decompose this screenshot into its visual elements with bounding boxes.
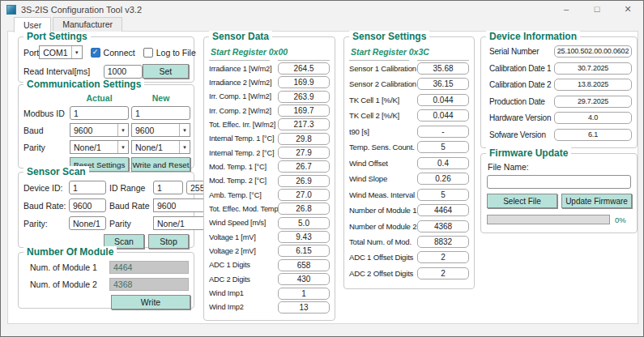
sensor-settings-row: Wind Offset 0.4 xyxy=(349,157,469,169)
divider xyxy=(349,60,469,61)
sensor-settings-label: Wind Meas. Interval xyxy=(349,190,417,199)
device-info-row: Calibration Date 1 30.7.2025 xyxy=(489,62,632,75)
sensor-settings-row: ADC 1 Offset Digits 2 xyxy=(349,251,469,263)
sensor-settings-value[interactable]: 8832 xyxy=(417,236,469,248)
sensor-data-label: Wind Imp1 xyxy=(209,289,278,297)
file-name-input[interactable] xyxy=(487,175,631,189)
sensor-settings-value[interactable]: 4368 xyxy=(417,220,469,232)
chevron-down-icon: ▼ xyxy=(179,124,190,136)
minimize-icon[interactable]: – xyxy=(551,1,582,18)
sensor-settings-value[interactable]: 5 xyxy=(417,189,469,201)
read-interval-input[interactable] xyxy=(104,65,143,79)
device-id-input[interactable] xyxy=(69,181,106,194)
write-and-reset-button[interactable]: Write and Reset xyxy=(131,157,190,172)
device-info-label: Sofware Version xyxy=(489,130,554,139)
modbus-id-new-input[interactable] xyxy=(131,106,190,120)
sensor-settings-value[interactable]: 2 xyxy=(417,251,469,263)
port-settings-group: Port Settings Port COM1 ▼ ✓ Connect ✓ Lo… xyxy=(18,36,194,83)
actual-column-header: Actual xyxy=(70,93,129,103)
set-button[interactable]: Set xyxy=(143,64,189,79)
maximize-icon[interactable]: □ xyxy=(582,1,612,18)
sensor-settings-value[interactable]: 0.044 xyxy=(417,94,469,106)
scan-parity-result-box[interactable] xyxy=(69,216,106,230)
baud-new-select[interactable]: 9600 ▼ xyxy=(131,123,190,137)
sensor-data-value: 6.15 xyxy=(278,245,330,257)
read-interval-label: Read Interval[ms] xyxy=(23,66,104,76)
log-to-file-checkbox[interactable]: ✓ xyxy=(143,48,153,58)
close-icon[interactable]: ✕ xyxy=(612,1,643,18)
sensor-settings-value[interactable]: 2 xyxy=(417,267,469,279)
parity-new-select[interactable]: None/1 ▼ xyxy=(131,140,190,154)
log-to-file-label: Log to File xyxy=(156,48,196,58)
chevron-down-icon: ▼ xyxy=(179,141,190,153)
id-range-label: ID Range xyxy=(109,183,150,193)
port-select[interactable]: COM1 ▼ xyxy=(39,45,82,59)
app-icon xyxy=(6,5,16,15)
device-info-value: 29.7.2025 xyxy=(554,96,632,108)
sensor-settings-value[interactable]: 35.68 xyxy=(417,62,469,75)
modbus-id-actual-input[interactable] xyxy=(70,106,129,120)
device-info-value: 25.100.502.00.00.0602 xyxy=(554,45,632,58)
sensor-settings-row: Number of Module 2 4368 xyxy=(349,220,469,232)
sensor-settings-value[interactable]: 36.15 xyxy=(417,78,469,90)
select-file-button[interactable]: Select File xyxy=(487,194,557,208)
sensor-data-value: 264.5 xyxy=(278,62,330,75)
sensor-settings-row: Wind Meas. Interval 5 xyxy=(349,189,469,201)
sensor-data-value: 5.0 xyxy=(278,217,330,229)
port-settings-title: Port Settings xyxy=(23,31,91,42)
sensor-settings-value[interactable]: 5 xyxy=(417,141,469,153)
sensor-settings-value[interactable]: 4464 xyxy=(417,204,469,216)
parity-actual-select[interactable]: None/1 ▼ xyxy=(70,140,129,154)
sensor-settings-value[interactable]: 0.044 xyxy=(417,109,469,122)
sensor-data-row: Wind Imp1 1 xyxy=(209,288,330,300)
module-count-label: Num. of Module 2 xyxy=(30,279,109,289)
sensor-data-value: 26.8 xyxy=(278,203,330,215)
baud-actual-select[interactable]: 9600 ▼ xyxy=(70,123,129,137)
sensor-data-value: 263.9 xyxy=(278,91,330,103)
update-firmware-button[interactable]: Update Firmware xyxy=(561,194,632,208)
sensor-settings-value[interactable]: 0.26 xyxy=(417,173,469,185)
tab-user[interactable]: User xyxy=(14,17,51,32)
sensor-data-value: 1 xyxy=(278,288,330,300)
sensor-data-group: Sensor Data Start Register 0x00 Irradian… xyxy=(203,36,335,321)
sensor-settings-label: Number of Module 1 xyxy=(349,206,417,215)
sensor-data-label: Mod. Temp. 1 [°C] xyxy=(209,163,278,171)
tab-manufacturer[interactable]: Manufacturer xyxy=(53,17,122,32)
number-of-module-title: Number Of Module xyxy=(23,246,117,258)
sensor-data-row: Voltage 1 [mV] 9.43 xyxy=(209,231,330,243)
new-column-header: New xyxy=(131,93,190,103)
sensor-data-label: Internal Temp. 1 [°C] xyxy=(209,134,278,143)
write-button[interactable]: Write xyxy=(111,295,190,309)
sensor-settings-label: Total Num. of Mod. xyxy=(349,237,417,246)
sensor-data-label: Irr. Comp. 1 [W/m2] xyxy=(209,92,278,100)
sensor-settings-value[interactable]: 0.4 xyxy=(417,157,469,169)
scan-baud-result-box[interactable] xyxy=(69,198,106,212)
sensor-data-row: Tot. Effec. Mod. Temp [°C] 26.8 xyxy=(209,203,330,215)
module-count-value: 4464 xyxy=(109,261,189,274)
chevron-down-icon: ▼ xyxy=(117,141,128,153)
sensor-scan-group: Sensor Scan Device ID: ID Range Baud Rat… xyxy=(18,172,194,248)
sensor-data-row: Mod. Temp. 1 [°C] 26.7 xyxy=(209,160,330,173)
firmware-update-group: Firmware Update File Name: Select File U… xyxy=(480,153,638,233)
sensor-data-row: Internal Temp. 1 [°C] 29.8 xyxy=(209,133,330,145)
sensor-data-value: 169.9 xyxy=(278,76,330,88)
sensor-data-label: Wind Imp2 xyxy=(209,303,278,311)
firmware-progress-percent: 0% xyxy=(615,215,626,224)
sensor-settings-value[interactable]: - xyxy=(417,126,469,138)
sensor-data-row: Irr. Comp. 2 [W/m2] 169.7 xyxy=(209,105,330,117)
sensor-data-row: ADC 2 Digits 430 xyxy=(209,273,330,285)
port-label: Port xyxy=(23,48,39,58)
sensor-settings-row: Wind Slope 0.26 xyxy=(349,173,469,185)
scan-baud-label: Baud Rate xyxy=(109,201,150,211)
sensor-settings-label: Temp. Sens. Count. xyxy=(349,143,417,151)
sensor-data-label: Mod. Temp. 2 [°C] xyxy=(209,177,278,185)
connect-checkbox[interactable]: ✓ xyxy=(91,48,100,58)
sensor-data-value: 26.7 xyxy=(278,160,330,173)
firmware-progress-bar xyxy=(487,215,610,224)
scan-parity-result-label: Parity: xyxy=(23,219,66,228)
sensor-data-row: Wind Imp2 13 xyxy=(209,301,330,314)
stop-button[interactable]: Stop xyxy=(148,234,189,249)
sensor-data-row: Amb. Temp. [°C] 27.0 xyxy=(209,189,330,201)
device-info-value: 4.0 xyxy=(554,112,632,124)
id-range-from-input[interactable] xyxy=(153,181,183,194)
